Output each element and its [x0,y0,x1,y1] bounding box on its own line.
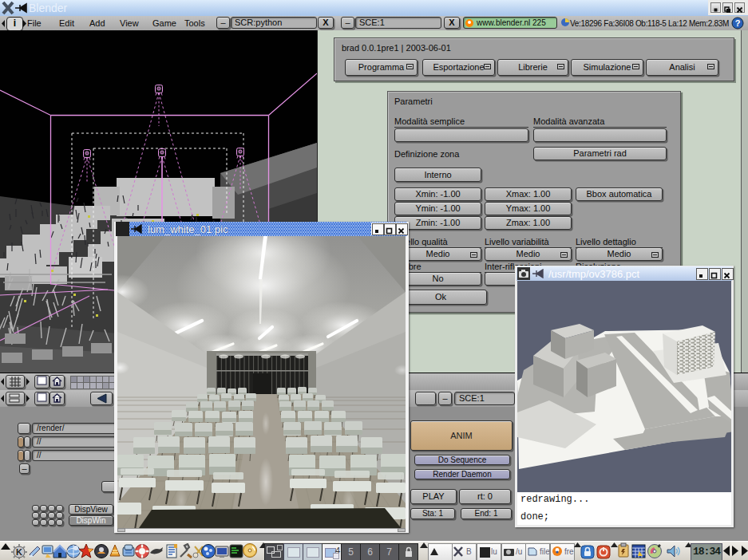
svg-text:K: K [16,547,22,557]
svg-text:?: ? [735,18,741,28]
